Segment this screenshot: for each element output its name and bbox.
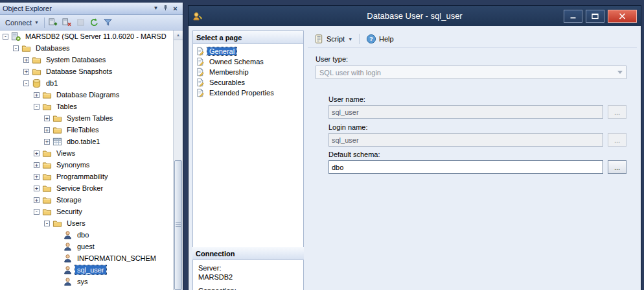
tree-expander-icon[interactable]: + (34, 151, 40, 156)
page-item-securables[interactable]: Securables (193, 77, 303, 88)
script-button[interactable]: Script ▼ (310, 32, 356, 45)
tree-item-marsdb2-sql-server-11-0-6020-marsd[interactable]: -MARSDB2 (SQL Server 11.0.6020 - MARSD (0, 30, 173, 42)
window-buttons (564, 10, 637, 23)
user-type-dropdown[interactable]: SQL user with login (316, 66, 627, 79)
script-icon (314, 34, 324, 44)
user-name-value: sql_user (332, 108, 359, 116)
user-icon (63, 277, 73, 287)
tree-expander-icon[interactable]: + (23, 57, 29, 63)
folder-icon (42, 195, 52, 205)
panel-close-button[interactable]: × (170, 4, 180, 13)
folder-icon (42, 90, 52, 100)
database-user-icon (192, 11, 203, 21)
scrollbar-grip-icon (176, 224, 181, 225)
folder-icon (42, 160, 52, 170)
tree-item-security[interactable]: -Security (0, 206, 173, 217)
tree-expander-icon[interactable]: - (3, 34, 8, 40)
user-type-label: User type: (316, 55, 348, 63)
tree-item-database-snapshots[interactable]: +Database Snapshots (0, 66, 173, 77)
tree-item-dbo-table1[interactable]: +dbo.table1 (0, 136, 173, 147)
page-item-owned-schemas[interactable]: Owned Schemas (193, 56, 303, 67)
tree-item-synonyms[interactable]: +Synonyms (0, 159, 173, 171)
login-name-value: sql_user (332, 136, 359, 144)
tree-expander-icon[interactable]: + (34, 162, 40, 168)
default-schema-field[interactable]: dbo (328, 160, 603, 174)
page-item-general[interactable]: General (193, 46, 303, 56)
tree-item-label: Synonyms (54, 160, 91, 169)
tree-item-views[interactable]: +Views (0, 147, 173, 159)
folder-icon (42, 172, 52, 182)
dialog-titlebar[interactable]: Database User - sql_user (189, 6, 641, 26)
maximize-button[interactable] (586, 10, 604, 23)
connect-database-button[interactable] (47, 16, 60, 29)
tree-item-information-schem[interactable]: INFORMATION_SCHEM (0, 252, 173, 264)
connect-button[interactable]: Connect ▼ (2, 18, 42, 28)
tree-expander-icon[interactable]: - (34, 209, 40, 215)
tree-item-filetables[interactable]: +FileTables (0, 124, 173, 136)
user-icon (63, 230, 73, 240)
tree-item-db1[interactable]: -db1 (0, 77, 173, 89)
tree-indent (54, 256, 60, 261)
select-page-list: GeneralOwned SchemasMembershipSecurables… (193, 44, 303, 98)
tree-item-label: Programmability (54, 172, 109, 181)
page-item-membership[interactable]: Membership (193, 67, 303, 77)
folder-icon (42, 102, 52, 112)
tree-expander-icon[interactable]: + (34, 174, 40, 180)
tree-expander-icon[interactable]: + (34, 92, 40, 98)
tree-expander-icon[interactable]: + (34, 197, 40, 203)
dialog-body: Select a page GeneralOwned SchemasMember… (189, 26, 641, 290)
tree-item-sql-user[interactable]: sql_user (0, 264, 173, 276)
tree-item-label: System Tables (65, 114, 115, 123)
tree-item-service-broker[interactable]: +Service Broker (0, 182, 173, 194)
tree-item-database-diagrams[interactable]: +Database Diagrams (0, 89, 173, 101)
tree-expander-icon[interactable]: - (13, 45, 19, 51)
tree-expander-icon[interactable]: + (23, 69, 29, 75)
window-position-button[interactable]: ▼ (151, 4, 161, 13)
tree-item-dbo[interactable]: dbo (0, 229, 173, 241)
tree-item-programmability[interactable]: +Programmability (0, 171, 173, 182)
scrollbar-thumb[interactable] (174, 160, 182, 290)
tree-item-label: Service Broker (54, 184, 105, 193)
folder-icon (32, 67, 41, 77)
tree-expander-icon[interactable]: + (44, 115, 50, 121)
select-a-page-panel: Select a page GeneralOwned SchemasMember… (192, 30, 304, 290)
tree-item-sys[interactable]: sys (0, 276, 173, 287)
scrollbar-up-arrow-icon[interactable]: ▲ (174, 30, 183, 40)
tree-item-system-databases[interactable]: +System Databases (0, 54, 173, 66)
default-schema-label: Default schema: (328, 151, 380, 158)
object-explorer-title: Object Explorer (3, 5, 151, 12)
tree-item-guest[interactable]: guest (0, 241, 173, 252)
tree-expander-icon[interactable]: + (44, 139, 50, 145)
tree-item-system-tables[interactable]: +System Tables (0, 112, 173, 124)
select-a-page-header: Select a page (193, 31, 303, 44)
database-user-dialog: Database User - sql_user Select a page G… (188, 5, 641, 290)
tree-item-storage[interactable]: +Storage (0, 194, 173, 206)
refresh-button[interactable] (87, 16, 101, 29)
disconnect-database-icon (62, 18, 72, 27)
tree-scrollbar[interactable]: ▲ (173, 30, 183, 290)
tree-expander-icon[interactable]: - (34, 104, 40, 110)
login-name-browse-button: ... (608, 133, 627, 147)
disconnect-database-button[interactable] (60, 16, 74, 29)
script-button-label: Script (327, 35, 345, 43)
help-button[interactable]: Help (363, 32, 397, 45)
connection-header: Connection (192, 247, 304, 260)
tree-expander-icon[interactable]: - (44, 221, 50, 226)
tree-item-tables[interactable]: -Tables (0, 101, 173, 112)
script-dropdown-chevron-icon[interactable]: ▼ (348, 37, 352, 42)
database-icon (32, 79, 41, 88)
filter-button[interactable] (101, 16, 115, 29)
default-schema-browse-button[interactable]: ... (608, 160, 627, 174)
refresh-icon (89, 18, 99, 27)
tree-expander-icon[interactable]: + (34, 186, 40, 191)
tree-expander-icon[interactable]: - (23, 80, 29, 86)
tree-expander-icon[interactable]: + (44, 127, 50, 133)
browse-label: ... (614, 163, 620, 171)
page-item-extended-properties[interactable]: Extended Properties (193, 88, 303, 98)
page-icon (196, 67, 205, 77)
auto-hide-pin-button[interactable] (161, 4, 170, 13)
tree-item-databases[interactable]: -Databases (0, 42, 173, 54)
close-button[interactable] (608, 10, 637, 23)
tree-item-users[interactable]: -Users (0, 217, 173, 229)
minimize-button[interactable] (564, 10, 582, 23)
